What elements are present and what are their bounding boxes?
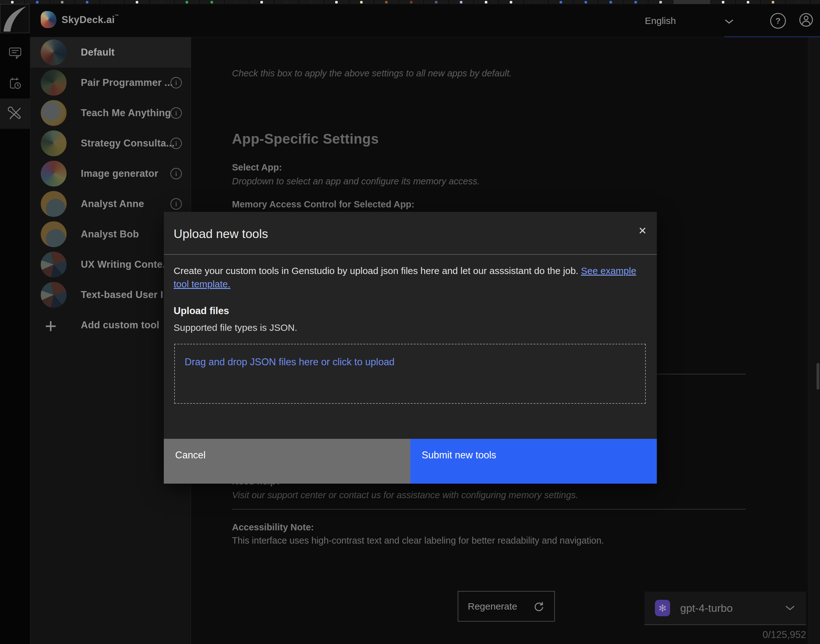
tab-favicon (86, 1, 88, 3)
browser-tab[interactable] (324, 0, 349, 4)
info-icon[interactable]: i (170, 107, 182, 119)
browser-tab-strip[interactable] (0, 0, 820, 4)
tab-favicon (510, 1, 512, 3)
browser-tab[interactable] (549, 0, 573, 4)
browser-tab[interactable] (175, 0, 199, 4)
calendar-clock-icon (8, 76, 22, 90)
openai-icon: ✻ (655, 600, 670, 616)
info-icon[interactable]: i (170, 198, 182, 210)
select-app-label: Select App: (232, 162, 282, 173)
tab-favicon (485, 1, 487, 3)
info-icon[interactable]: i (170, 138, 182, 149)
nav-history[interactable] (0, 68, 30, 98)
skydeck-logo-icon (41, 11, 57, 28)
browser-tab[interactable] (125, 0, 150, 4)
tool-avatar (41, 100, 67, 126)
browser-tab[interactable] (199, 0, 224, 4)
scrollbar-thumb[interactable] (817, 363, 819, 389)
browser-tab[interactable] (150, 0, 175, 4)
tool-avatar (41, 251, 67, 278)
regenerate-button[interactable]: Regenerate (458, 591, 555, 622)
browser-tab[interactable] (50, 0, 75, 4)
workspace-logo[interactable] (0, 4, 29, 33)
dropzone-text: Drag and drop JSON files here or click t… (185, 356, 394, 368)
upload-files-label: Upload files (173, 305, 229, 317)
tab-favicon (659, 1, 662, 3)
browser-tab[interactable] (100, 0, 125, 4)
modal-title: Upload new tools (173, 227, 268, 241)
browser-tab[interactable] (299, 0, 324, 4)
plus-icon: + (45, 314, 57, 338)
browser-tab[interactable] (349, 0, 374, 4)
submit-new-tools-button[interactable]: Submit new tools (410, 439, 657, 484)
browser-tab[interactable] (673, 0, 711, 4)
browser-tab[interactable] (524, 0, 549, 4)
section-title: App-Specific Settings (232, 131, 379, 147)
tab-favicon (310, 1, 313, 3)
browser-tab[interactable] (811, 0, 820, 4)
sidebar-item-label: Image generator (81, 158, 158, 189)
info-icon[interactable]: i (170, 168, 182, 179)
tab-favicon (435, 1, 437, 3)
info-icon[interactable]: i (170, 77, 182, 88)
sidebar-item-label: Analyst Bob (81, 219, 139, 249)
chevron-down-icon[interactable] (724, 18, 734, 24)
browser-tab[interactable] (249, 0, 274, 4)
upload-hint: Supported file types is JSON. (173, 322, 297, 333)
tab-favicon (61, 1, 63, 3)
language-selector[interactable]: English (645, 15, 676, 26)
tab-favicon (210, 1, 213, 3)
file-dropzone[interactable]: Drag and drop JSON files here or click t… (174, 344, 646, 404)
browser-tab[interactable] (399, 0, 424, 4)
chevron-down-icon (785, 605, 795, 611)
browser-tab[interactable] (648, 0, 673, 4)
sidebar-item-image-generator[interactable]: Image generator i (30, 158, 191, 189)
browser-tab[interactable] (0, 0, 25, 4)
sidebar-item-pair-programmer[interactable]: Pair Programmer ... i (30, 67, 191, 98)
tool-avatar (41, 191, 67, 217)
select-app-description: Dropdown to select an app and configure … (232, 176, 480, 187)
help-icon[interactable]: ? (770, 13, 786, 29)
browser-tab[interactable] (424, 0, 449, 4)
close-icon[interactable]: ✕ (638, 226, 647, 236)
tab-favicon (236, 1, 238, 3)
tab-favicon (535, 1, 537, 3)
modal-footer: Cancel Submit new tools (164, 439, 657, 484)
sidebar-item-strategy-consultant[interactable]: Strategy Consulta... i (30, 128, 191, 158)
browser-tab[interactable] (711, 0, 736, 4)
browser-tab[interactable] (274, 0, 299, 4)
sidebar-item-teach-me-anything[interactable]: Teach Me Anything i (30, 98, 191, 128)
browser-tab[interactable] (499, 0, 524, 4)
browser-tab[interactable] (25, 0, 50, 4)
tool-avatar (41, 161, 67, 187)
cancel-button[interactable]: Cancel (164, 439, 410, 484)
browser-tab[interactable] (761, 0, 786, 4)
tab-favicon (285, 1, 288, 3)
tab-favicon (36, 1, 38, 3)
scrollbar-track[interactable] (808, 37, 820, 644)
browser-tab[interactable] (573, 0, 598, 4)
browser-tab[interactable] (75, 0, 100, 4)
model-selector[interactable]: ✻ gpt-4-turbo (645, 592, 806, 625)
browser-tab[interactable] (224, 0, 249, 4)
browser-tab[interactable] (786, 0, 811, 4)
browser-tab[interactable] (623, 0, 648, 4)
browser-tab[interactable] (374, 0, 399, 4)
browser-tab[interactable] (736, 0, 761, 4)
modal-description: Create your custom tools in Genstudio by… (173, 264, 644, 291)
account-icon[interactable] (799, 12, 814, 28)
sidebar-item-label: Default (81, 37, 115, 67)
tab-favicon (161, 1, 163, 3)
browser-tab[interactable] (598, 0, 623, 4)
sidebar-item-label: UX Writing Conte... (81, 249, 171, 280)
content-divider (232, 509, 746, 509)
tool-avatar (41, 130, 67, 156)
sidebar-item-default[interactable]: Default (30, 37, 191, 67)
nav-tools[interactable] (0, 98, 30, 129)
browser-tab[interactable] (449, 0, 474, 4)
nav-chat[interactable] (0, 38, 30, 68)
memory-access-label: Memory Access Control for Selected App: (232, 199, 414, 210)
browser-tab[interactable] (474, 0, 499, 4)
tab-favicon (772, 1, 774, 3)
tool-avatar (41, 40, 67, 65)
